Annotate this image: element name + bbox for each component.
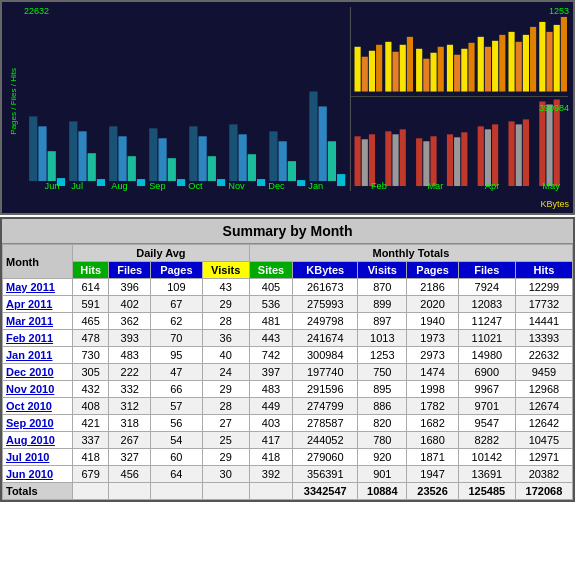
mt-sites: 403 <box>249 415 292 432</box>
svg-rect-75 <box>478 126 484 186</box>
da-files: 456 <box>109 466 151 483</box>
th-mt-hits: Hits <box>515 262 572 279</box>
month-link[interactable]: Aug 2010 <box>6 434 55 446</box>
svg-rect-76 <box>485 129 491 186</box>
da-visits: 24 <box>202 364 249 381</box>
month-cell[interactable]: Dec 2010 <box>3 364 73 381</box>
month-cell[interactable]: Nov 2010 <box>3 381 73 398</box>
month-cell[interactable]: Jul 2010 <box>3 449 73 466</box>
mt-files: 11247 <box>458 313 515 330</box>
chart-container: Pages / Files / Hits 22632 1253 390984 K… <box>0 0 575 215</box>
svg-rect-17 <box>168 158 176 181</box>
totals-row: Totals 3342547 10884 23526 125485 172068 <box>3 483 573 500</box>
mt-sites: 397 <box>249 364 292 381</box>
mt-kbytes: 241674 <box>293 330 358 347</box>
da-visits: 28 <box>202 313 249 330</box>
svg-text:Apr: Apr <box>485 181 499 191</box>
svg-rect-49 <box>461 49 467 92</box>
da-visits: 30 <box>202 466 249 483</box>
svg-rect-74 <box>461 132 467 186</box>
svg-rect-3 <box>29 116 37 181</box>
month-link[interactable]: Mar 2011 <box>6 315 53 327</box>
svg-rect-48 <box>454 55 460 92</box>
month-link[interactable]: Jun 2010 <box>6 468 53 480</box>
da-hits: 478 <box>73 330 109 347</box>
month-cell[interactable]: Aug 2010 <box>3 432 73 449</box>
totals-mt-visits: 10884 <box>358 483 407 500</box>
svg-rect-55 <box>508 32 514 92</box>
svg-rect-9 <box>88 153 96 181</box>
month-link[interactable]: Oct 2010 <box>6 400 52 412</box>
mt-sites: 449 <box>249 398 292 415</box>
month-cell[interactable]: Sep 2010 <box>3 415 73 432</box>
svg-rect-20 <box>198 136 206 181</box>
svg-rect-4 <box>38 126 46 181</box>
da-files: 327 <box>109 449 151 466</box>
svg-rect-24 <box>239 134 247 181</box>
svg-rect-11 <box>109 126 117 181</box>
svg-rect-25 <box>248 154 256 181</box>
mt-kbytes: 278587 <box>293 415 358 432</box>
svg-text:Jul: Jul <box>71 181 83 191</box>
svg-rect-79 <box>516 124 522 186</box>
mt-sites: 405 <box>249 279 292 296</box>
da-files: 393 <box>109 330 151 347</box>
month-link[interactable]: Nov 2010 <box>6 383 54 395</box>
month-link[interactable]: Jan 2011 <box>6 349 52 361</box>
mt-hits: 22632 <box>515 347 572 364</box>
mt-kbytes: 274799 <box>293 398 358 415</box>
th-da-pages: Pages <box>151 262 202 279</box>
svg-rect-21 <box>208 156 216 181</box>
month-cell[interactable]: Feb 2011 <box>3 330 73 347</box>
month-link[interactable]: May 2011 <box>6 281 55 293</box>
svg-rect-56 <box>516 42 522 92</box>
svg-rect-44 <box>423 59 429 92</box>
val-top-right: 1253 <box>549 6 569 16</box>
svg-rect-77 <box>492 124 498 186</box>
svg-rect-61 <box>554 25 560 92</box>
svg-rect-29 <box>288 161 296 181</box>
mt-visits: 895 <box>358 381 407 398</box>
svg-rect-34 <box>337 174 345 186</box>
svg-rect-67 <box>392 134 398 186</box>
totals-mt-files: 125485 <box>458 483 515 500</box>
month-cell[interactable]: Mar 2011 <box>3 313 73 330</box>
month-link[interactable]: Sep 2010 <box>6 417 54 429</box>
monthly-totals-header: Monthly Totals <box>249 245 572 262</box>
da-files: 402 <box>109 296 151 313</box>
month-cell[interactable]: Jan 2011 <box>3 347 73 364</box>
mt-kbytes: 279060 <box>293 449 358 466</box>
svg-rect-78 <box>508 121 514 186</box>
svg-text:Sep: Sep <box>149 181 165 191</box>
table-row: Aug 2010 337 267 54 25 417 244052 780 16… <box>3 432 573 449</box>
month-cell[interactable]: May 2011 <box>3 279 73 296</box>
table-row: Feb 2011 478 393 70 36 443 241674 1013 1… <box>3 330 573 347</box>
month-link[interactable]: Feb 2011 <box>6 332 53 344</box>
month-link[interactable]: Apr 2011 <box>6 298 52 310</box>
svg-rect-19 <box>189 126 197 181</box>
da-pages: 60 <box>151 449 202 466</box>
month-cell[interactable]: Jun 2010 <box>3 466 73 483</box>
mt-kbytes: 356391 <box>293 466 358 483</box>
da-hits: 337 <box>73 432 109 449</box>
totals-da-visits <box>202 483 249 500</box>
svg-text:Feb: Feb <box>371 181 387 191</box>
month-cell[interactable]: Apr 2011 <box>3 296 73 313</box>
da-pages: 56 <box>151 415 202 432</box>
mt-visits: 1013 <box>358 330 407 347</box>
da-visits: 28 <box>202 398 249 415</box>
month-link[interactable]: Jul 2010 <box>6 451 49 463</box>
month-header: Month <box>3 245 73 279</box>
table-row: Jan 2011 730 483 95 40 742 300984 1253 2… <box>3 347 573 364</box>
month-cell[interactable]: Oct 2010 <box>3 398 73 415</box>
mt-visits: 1253 <box>358 347 407 364</box>
table-row: Sep 2010 421 318 56 27 403 278587 820 16… <box>3 415 573 432</box>
svg-rect-62 <box>561 17 567 92</box>
month-link[interactable]: Dec 2010 <box>6 366 54 378</box>
svg-rect-18 <box>177 179 185 186</box>
svg-rect-5 <box>48 151 56 181</box>
mt-hits: 12642 <box>515 415 572 432</box>
mt-pages: 1782 <box>407 398 458 415</box>
svg-rect-64 <box>362 139 368 186</box>
summary-container: Summary by Month Month Daily Avg Monthly… <box>0 217 575 502</box>
